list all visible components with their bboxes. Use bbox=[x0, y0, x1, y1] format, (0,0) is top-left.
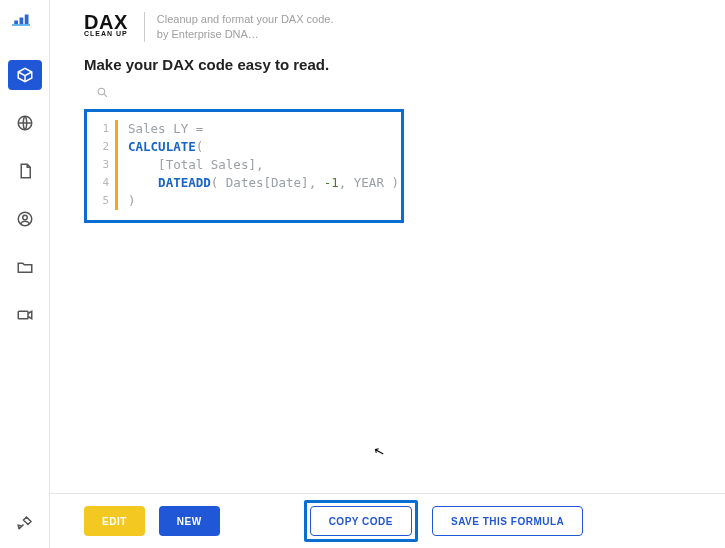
save-formula-button[interactable]: SAVE THIS FORMULA bbox=[432, 506, 583, 536]
brand: DAX CLEAN UP bbox=[84, 12, 128, 37]
code-line: 4 DATEADD( Dates[Date], -1, YEAR ) bbox=[93, 174, 391, 192]
copy-highlight: COPY CODE bbox=[304, 500, 418, 542]
app-logo-icon bbox=[12, 10, 38, 32]
code-line: 3 [Total Sales], bbox=[93, 156, 391, 174]
header: DAX CLEAN UP Cleanup and format your DAX… bbox=[84, 12, 691, 42]
tagline: Cleanup and format your DAX code. by Ent… bbox=[144, 12, 334, 42]
gutter-bar bbox=[115, 138, 118, 156]
new-button[interactable]: NEW bbox=[159, 506, 220, 536]
search-icon bbox=[96, 86, 109, 99]
svg-rect-3 bbox=[18, 311, 28, 319]
nav-globe-icon[interactable] bbox=[8, 108, 42, 138]
brand-main: DAX bbox=[84, 12, 128, 32]
gutter-bar bbox=[115, 192, 118, 210]
main-panel: DAX CLEAN UP Cleanup and format your DAX… bbox=[50, 0, 725, 548]
nav-tools-icon[interactable] bbox=[8, 508, 42, 538]
nav-user-icon[interactable] bbox=[8, 204, 42, 234]
side-nav bbox=[0, 0, 50, 548]
gutter-bar bbox=[115, 120, 118, 138]
nav-document-icon[interactable] bbox=[8, 156, 42, 186]
line-number: 2 bbox=[93, 138, 109, 156]
nav-folder-icon[interactable] bbox=[8, 252, 42, 282]
code-content: [Total Sales], bbox=[128, 156, 263, 174]
nav-video-icon[interactable] bbox=[8, 300, 42, 330]
gutter-bar bbox=[115, 174, 118, 192]
line-number: 1 bbox=[93, 120, 109, 138]
code-content: ) bbox=[128, 192, 136, 210]
gutter-bar bbox=[115, 156, 118, 174]
line-number: 3 bbox=[93, 156, 109, 174]
nav-box-icon[interactable] bbox=[8, 60, 42, 90]
code-line: 1Sales LY = bbox=[93, 120, 391, 138]
svg-point-2 bbox=[22, 215, 27, 220]
line-number: 5 bbox=[93, 192, 109, 210]
page-title: Make your DAX code easy to read. bbox=[84, 56, 691, 73]
tagline-line1: Cleanup and format your DAX code. bbox=[157, 12, 334, 27]
code-box: 1Sales LY =2CALCULATE(3 [Total Sales],4 … bbox=[84, 109, 404, 223]
code-line: 2CALCULATE( bbox=[93, 138, 391, 156]
copy-code-button[interactable]: COPY CODE bbox=[310, 506, 412, 536]
line-number: 4 bbox=[93, 174, 109, 192]
code-content: Sales LY = bbox=[128, 120, 203, 138]
code-content: CALCULATE( bbox=[128, 138, 203, 156]
bottom-bar: EDIT NEW COPY CODE SAVE THIS FORMULA bbox=[50, 493, 725, 548]
brand-sub: CLEAN UP bbox=[84, 30, 128, 37]
tagline-line2: by Enterprise DNA… bbox=[157, 27, 334, 42]
code-content: DATEADD( Dates[Date], -1, YEAR ) bbox=[128, 174, 399, 192]
edit-button[interactable]: EDIT bbox=[84, 506, 145, 536]
svg-point-4 bbox=[98, 88, 105, 95]
search-row[interactable] bbox=[84, 85, 691, 103]
code-line: 5) bbox=[93, 192, 391, 210]
